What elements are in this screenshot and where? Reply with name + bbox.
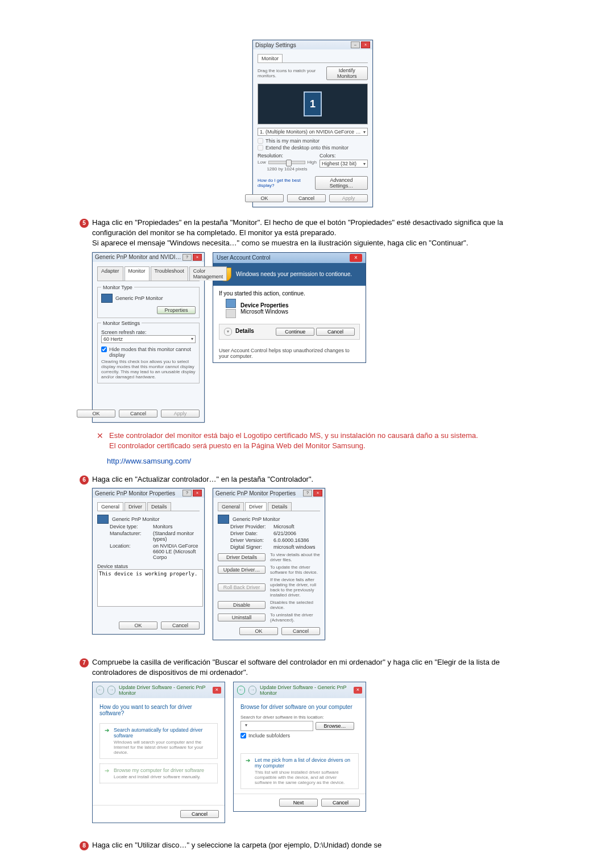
step-6-bullet: 6 [80,475,89,485]
continue-button[interactable]: Continue [276,328,314,336]
tab-details[interactable]: Details [147,502,171,511]
resolution-label: Resolution: [258,153,317,158]
uninstall-button[interactable]: Uninstall [218,614,265,621]
advanced-settings-button[interactable]: Advanced Settings… [315,176,368,190]
device-kv: Device type:MonitorsManufacturer:(Standa… [110,524,200,560]
apply-button: Apply [161,410,200,418]
arrow-icon: ➔ [105,767,109,779]
tab-general[interactable]: General [218,502,244,511]
monitor-icon [218,515,229,524]
refresh-rate-label: Screen refresh rate: [101,329,196,335]
step-8-bullet: 8 [80,841,89,850]
close-button[interactable]: × [350,254,362,262]
tab-color-mgmt[interactable]: Color Management [189,266,227,281]
window-buttons: –× [351,41,370,48]
cancel-button[interactable]: Cancel [316,328,355,336]
tab-general[interactable]: General [97,502,123,511]
ok-button[interactable]: OK [239,627,278,635]
cancel-button[interactable]: Cancel [281,627,320,635]
device-status-label: Device status [97,564,200,569]
update-driver-wizard-1: ← → Update Driver Software - Generic PnP… [92,682,225,823]
monitor-icon [101,294,113,303]
tab-monitor[interactable]: Monitor [258,54,283,62]
cancel-button[interactable]: Cancel [119,410,157,418]
publisher-icon [226,309,236,318]
forward-button: → [248,686,256,695]
update-driver-button[interactable]: Update Driver… [218,566,265,574]
minimize-button[interactable]: – [351,41,360,48]
uac-app-name: Device Properties [240,302,289,308]
identify-monitors-button[interactable]: Identify Monitors [326,66,368,80]
hide-modes-checkbox[interactable]: Hide modes that this monitor cannot disp… [101,347,196,358]
properties-button[interactable]: Properties [157,306,196,314]
option-pick-from-list[interactable]: ➔ Let me pick from a list of device driv… [240,753,359,789]
uac-dialog: User Account Control × Windows needs you… [213,252,366,363]
option-browse-computer[interactable]: ➔ Browse my computer for driver software… [99,763,218,783]
close-button[interactable]: × [193,490,202,496]
tab-troubleshoot[interactable]: Troubleshoot [151,266,188,281]
close-button[interactable]: × [193,254,202,261]
back-button[interactable]: ← [237,686,245,695]
next-button[interactable]: Next [279,799,318,807]
note-line-2: El controlador certificado será puesto e… [109,441,366,450]
close-button[interactable]: × [313,490,322,496]
close-button[interactable]: × [354,687,362,694]
refresh-rate-select[interactable]: 60 Hertz [101,335,196,343]
step-8-text: Haga clic en "Utilizar disco…" y selecci… [92,841,381,849]
note-line-1: Este controlador del monitor está bajo e… [109,431,478,440]
resolution-slider[interactable] [268,161,305,164]
cancel-button[interactable]: Cancel [287,194,326,202]
cancel-button[interactable]: Cancel [161,621,200,629]
back-button: ← [96,686,104,695]
driver-kv: Driver Provider:MicrosoftDriver Date:6/2… [230,524,320,550]
samsung-link[interactable]: http://www.samsung.com/ [107,457,191,465]
step-7-bullet: 7 [80,658,89,667]
resolution-value: 1280 by 1024 pixels [258,166,317,172]
close-button[interactable]: × [361,41,370,48]
device-props-general-dialog: Generic PnP Monitor Properties?× General… [92,488,205,635]
uac-publisher: Microsoft Windows [240,308,289,315]
cancel-button[interactable]: Cancel [180,810,219,818]
note-icon: ✕ [97,431,106,440]
include-subfolders-checkbox[interactable]: Include subfolders [240,733,359,738]
colors-select[interactable]: Highest (32 bit) [320,160,368,168]
display-device-select[interactable]: 1. (Multiple Monitors) on NVIDIA GeForce… [258,128,368,136]
tab-adapter[interactable]: Adapter [97,266,123,281]
help-button[interactable]: ? [182,254,192,261]
tab-details[interactable]: Details [268,502,292,511]
extend-desktop-checkbox: Extend the desktop onto this monitor [258,145,368,151]
ok-button[interactable]: OK [119,621,157,629]
ok-button[interactable]: OK [245,194,284,202]
forward-button: → [107,686,115,695]
cancel-button[interactable]: Cancel [321,799,360,807]
dialog-title: Generic PnP Monitor Properties [95,490,175,496]
tab-driver[interactable]: Driver [125,502,146,511]
chevron-down-icon[interactable]: ▾ [224,328,232,336]
best-display-link[interactable]: How do I get the best display? [258,178,312,188]
tab-driver[interactable]: Driver [245,502,267,511]
uac-title: User Account Control [217,254,271,261]
help-button[interactable]: ? [182,490,192,496]
device-name: Generic PnP Monitor [112,516,159,522]
browse-button[interactable]: Browse… [316,722,354,730]
uac-footer: User Account Control helps stop unauthor… [213,344,366,362]
close-button[interactable]: × [213,687,221,694]
monitor-preview[interactable]: 1 [258,84,368,124]
option-search-auto[interactable]: ➔ Search automatically for updated drive… [99,723,218,759]
step-5-bullet: 5 [80,219,89,228]
display-settings-dialog: Display Settings –× Monitor Drag the ico… [252,40,373,207]
path-input[interactable] [240,721,313,731]
uac-if-started: If you started this action, continue. [219,290,360,297]
wizard-crumb: Update Driver Software - Generic PnP Mon… [119,685,209,696]
rollback-driver-button: Roll Back Driver [218,583,265,591]
hide-modes-note: Clearing this check box allows you to se… [101,359,196,379]
tab-monitor[interactable]: Monitor [125,266,150,281]
ok-button[interactable]: OK [77,410,115,418]
uac-details[interactable]: Details [235,328,254,334]
monitor-1-icon[interactable]: 1 [304,91,322,116]
disable-button[interactable]: Disable [218,601,265,609]
driver-details-button[interactable]: Driver Details [218,553,265,561]
arrow-icon: ➔ [246,757,250,785]
help-button[interactable]: ? [303,490,312,496]
step-5-text-b: Si aparece el mensaje "Windows necesita…… [92,239,468,247]
